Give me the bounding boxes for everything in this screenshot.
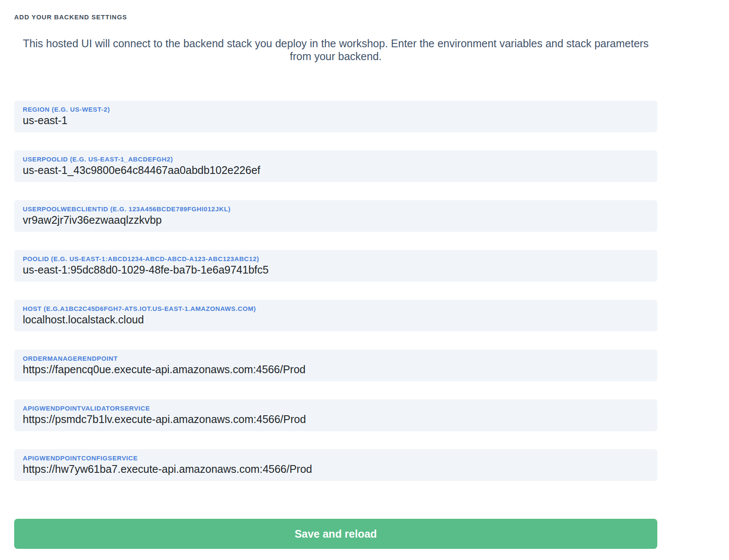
host-label: HOST (E.G.A1BC2C45D6FGH7-ATS.IOT.US-EAST… [23,305,649,313]
host-field[interactable]: HOST (E.G.A1BC2C45D6FGH7-ATS.IOT.US-EAST… [14,300,657,332]
host-input[interactable] [23,313,649,326]
userpoolid-field[interactable]: USERPOOLID (E.G. US-EAST-1_ABCDEFGH2) [14,150,657,182]
ordermanagerendpoint-input[interactable] [23,363,649,376]
poolid-label: POOLID (E.G. US-EAST-1:ABCD1234-ABCD-ABC… [23,255,649,263]
userpoolid-label: USERPOOLID (E.G. US-EAST-1_ABCDEFGH2) [23,155,649,163]
apigwendpointvalidatorservice-input[interactable] [23,413,649,426]
apigwendpointconfigservice-input[interactable] [23,463,649,475]
region-input[interactable] [23,114,649,127]
poolid-field[interactable]: POOLID (E.G. US-EAST-1:ABCD1234-ABCD-ABC… [14,250,657,282]
apigwendpointconfigservice-label: APIGWENDPOINTCONFIGSERVICE [23,454,649,462]
ordermanagerendpoint-label: ORDERMANAGERENDPOINT [23,355,649,362]
fields-list: REGION (E.G. US-WEST-2) USERPOOLID (E.G.… [14,100,657,481]
userpoolwebclientid-input[interactable] [23,213,649,226]
userpoolwebclientid-field[interactable]: USERPOOLWEBCLIENTID (E.G. 123A456BCDE789… [14,200,657,232]
save-and-reload-button[interactable]: Save and reload [14,519,657,549]
poolid-input[interactable] [23,263,649,276]
backend-settings-form: ADD YOUR BACKEND SETTINGS This hosted UI… [14,0,657,549]
region-label: REGION (E.G. US-WEST-2) [23,106,649,113]
apigwendpointvalidatorservice-label: APIGWENDPOINTVALIDATORSERVICE [23,405,649,412]
userpoolwebclientid-label: USERPOOLWEBCLIENTID (E.G. 123A456BCDE789… [23,205,649,213]
apigwendpointconfigservice-field[interactable]: APIGWENDPOINTCONFIGSERVICE [14,449,657,481]
ordermanagerendpoint-field[interactable]: ORDERMANAGERENDPOINT [14,350,657,381]
form-description: This hosted UI will connect to the backe… [18,37,653,63]
page-title: ADD YOUR BACKEND SETTINGS [14,0,657,21]
userpoolid-input[interactable] [23,164,649,177]
region-field[interactable]: REGION (E.G. US-WEST-2) [14,100,657,132]
apigwendpointvalidatorservice-field[interactable]: APIGWENDPOINTVALIDATORSERVICE [14,399,657,431]
